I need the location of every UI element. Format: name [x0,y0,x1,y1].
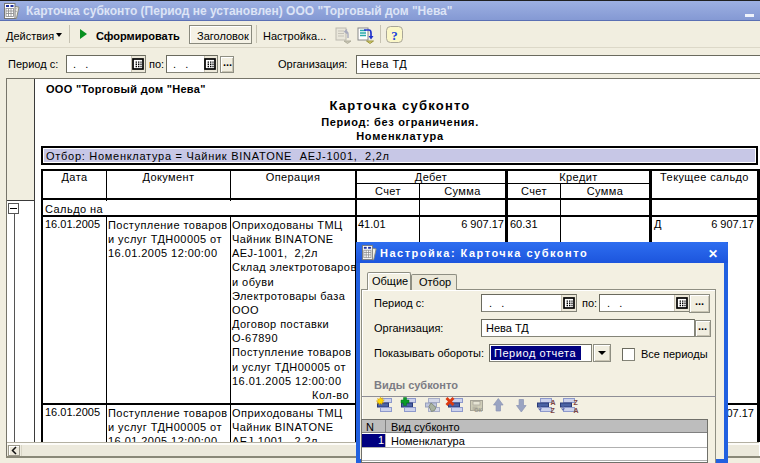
svg-text:Z: Z [574,399,579,406]
svg-text:ОК: ОК [474,407,482,413]
svg-text:Z: Z [551,407,556,414]
svg-text:?: ? [391,28,398,43]
svg-text:А: А [551,399,556,406]
svg-text:А: А [574,407,579,414]
